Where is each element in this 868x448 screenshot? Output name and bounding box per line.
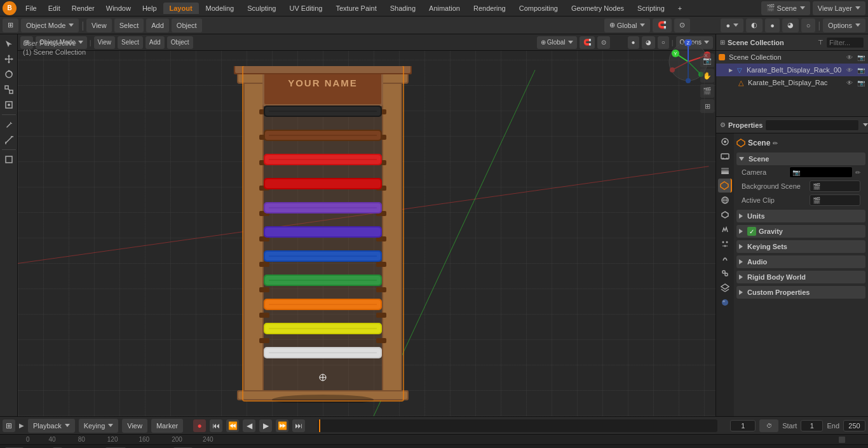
timeline-marker-btn[interactable]: Marker xyxy=(151,419,183,433)
prop-object-icon[interactable] xyxy=(718,208,732,222)
timeline-type-icon[interactable]: ▶ xyxy=(19,422,24,429)
vp-object-btn[interactable]: Object xyxy=(167,36,193,49)
record-btn[interactable]: ● xyxy=(193,419,206,432)
prop-particles-icon[interactable] xyxy=(718,237,732,251)
add-menu-btn[interactable]: Add xyxy=(146,18,169,32)
menu-render[interactable]: Render xyxy=(67,3,100,13)
play-btn[interactable]: ▶ xyxy=(259,419,272,432)
outliner-scene-collection[interactable]: Scene Collection 👁 📷 xyxy=(716,51,868,64)
play-reverse-btn[interactable]: ◀ xyxy=(243,419,255,432)
rotate-tool[interactable] xyxy=(2,67,16,81)
fps-btn[interactable]: ⏱ xyxy=(759,419,778,432)
vp-material-btn[interactable]: ◕ xyxy=(642,36,655,49)
frame-end-input[interactable]: 250 xyxy=(843,420,865,431)
vp-film-overlay[interactable]: 🎬 xyxy=(700,84,714,98)
material-btn[interactable]: ◕ xyxy=(782,18,799,32)
tab-modeling[interactable]: Modeling xyxy=(200,3,241,14)
camera-value[interactable]: 📷 xyxy=(789,166,853,178)
vp-snap-btn[interactable]: 🧲 xyxy=(580,36,595,49)
keying-btn[interactable]: Keying xyxy=(79,419,119,433)
object-mode-btn[interactable]: Object Mode xyxy=(21,18,79,32)
prop-output-icon[interactable] xyxy=(718,149,732,163)
audio-section-header[interactable]: Audio xyxy=(736,255,865,268)
viewport-3d[interactable]: ⊞ Object Mode | View Select Add Object ⊕… xyxy=(18,34,715,416)
frame-start-input[interactable]: 1 xyxy=(801,420,823,431)
prop-render-icon[interactable] xyxy=(718,135,732,149)
cursor-tool[interactable] xyxy=(2,37,16,51)
tab-animation[interactable]: Animation xyxy=(423,3,466,14)
measure-tool[interactable] xyxy=(2,133,16,147)
timeline-scrubber[interactable] xyxy=(318,419,717,432)
tab-scripting[interactable]: Scripting xyxy=(631,3,671,14)
view-layer-selector[interactable]: View Layer xyxy=(813,1,865,15)
proportional-btn[interactable]: ⊙ xyxy=(674,18,690,32)
transform-global-btn[interactable]: ⊕ Global xyxy=(604,18,651,32)
outliner-rack-item[interactable]: ▶ ▽ Karate_Belt_Display_Rack_00 👁 📷 xyxy=(716,64,868,76)
next-keyframe-btn[interactable]: ⏩ xyxy=(276,419,288,432)
scale-tool[interactable] xyxy=(2,83,16,97)
background-scene-value[interactable]: 🎬 xyxy=(810,180,860,192)
collection-render[interactable]: 📷 xyxy=(857,53,865,62)
object-menu-btn[interactable]: Object xyxy=(172,18,202,32)
jump-start-btn[interactable]: ⏮ xyxy=(210,419,222,432)
options-btn[interactable]: Options xyxy=(823,18,865,32)
menu-window[interactable]: Window xyxy=(101,3,136,13)
vp-proportional-btn[interactable]: ⊙ xyxy=(597,36,610,49)
active-clip-value[interactable]: 🎬 xyxy=(810,194,860,206)
scene-section-header[interactable]: Scene xyxy=(736,153,865,165)
timeline-editor-type[interactable]: ⊞ xyxy=(3,419,15,432)
prop-modifier-icon[interactable] xyxy=(718,222,732,236)
rack-visibility[interactable]: 👁 xyxy=(845,65,854,74)
tab-rendering[interactable]: Rendering xyxy=(467,3,512,14)
properties-filter-input[interactable] xyxy=(765,119,859,131)
camera-edit-btn[interactable]: ✏ xyxy=(855,169,860,176)
jump-end-btn[interactable]: ⏭ xyxy=(292,419,305,432)
solid-btn[interactable]: ● xyxy=(765,18,780,32)
move-tool[interactable] xyxy=(2,52,16,66)
editor-type-btn[interactable]: ⊞ xyxy=(3,18,18,32)
rack-render[interactable]: 📷 xyxy=(857,65,865,74)
tab-sculpting[interactable]: Sculpting xyxy=(241,3,282,14)
sub-visibility[interactable]: 👁 xyxy=(845,78,854,87)
vp-grid-overlay[interactable]: ⊞ xyxy=(700,99,714,113)
vp-move-overlay[interactable]: ✋ xyxy=(700,69,714,83)
overlay-btn[interactable]: ● xyxy=(721,18,743,32)
outliner-rack-sub-item[interactable]: △ Karate_Belt_Display_Rac 👁 📷 xyxy=(716,76,868,89)
tab-layout[interactable]: Layout xyxy=(163,3,199,14)
snap-btn[interactable]: 🧲 xyxy=(653,18,672,32)
prop-physics-icon[interactable] xyxy=(718,252,732,266)
keying-sets-header[interactable]: Keying Sets xyxy=(736,240,865,253)
xray-btn[interactable]: ◐ xyxy=(746,18,763,32)
vp-add-btn[interactable]: Add xyxy=(146,36,165,49)
tab-uv-editing[interactable]: UV Editing xyxy=(283,3,329,14)
tab-texture-paint[interactable]: Texture Paint xyxy=(329,3,383,14)
vp-select-btn[interactable]: Select xyxy=(118,36,143,49)
prop-world-icon[interactable] xyxy=(718,193,732,207)
vp-viewport-shading[interactable]: ● xyxy=(628,36,639,49)
prev-keyframe-btn[interactable]: ⏪ xyxy=(226,419,239,432)
collection-visibility[interactable]: 👁 xyxy=(845,53,854,62)
menu-help[interactable]: Help xyxy=(137,3,162,13)
custom-props-header[interactable]: Custom Properties xyxy=(736,286,865,299)
gravity-checkbox[interactable]: ✓ xyxy=(747,227,756,236)
menu-file[interactable]: File xyxy=(20,3,42,13)
prop-material-icon[interactable] xyxy=(718,295,732,309)
prop-constraints-icon[interactable] xyxy=(718,266,732,280)
timeline-scroll-indicator[interactable] xyxy=(839,437,845,443)
annotate-tool[interactable] xyxy=(2,118,16,132)
add-box-tool[interactable] xyxy=(2,153,16,166)
timeline-view-btn[interactable]: View xyxy=(122,419,147,433)
current-frame-input[interactable]: 1 xyxy=(730,420,756,431)
gravity-section-header[interactable]: ✓ Gravity xyxy=(736,225,865,238)
transform-tool[interactable] xyxy=(2,98,16,112)
scene-selector[interactable]: 🎬 Scene xyxy=(761,1,810,15)
select-menu-btn[interactable]: Select xyxy=(114,18,144,32)
tab-compositing[interactable]: Compositing xyxy=(513,3,564,14)
tab-shading[interactable]: Shading xyxy=(384,3,422,14)
sub-render[interactable]: 📷 xyxy=(857,78,865,87)
units-section-header[interactable]: Units xyxy=(736,210,865,222)
outliner-filter-input[interactable] xyxy=(826,37,864,48)
render-preview-btn[interactable]: ○ xyxy=(801,18,816,32)
vp-global-btn[interactable]: ⊕ Global xyxy=(537,36,577,49)
rigid-body-header[interactable]: Rigid Body World xyxy=(736,271,865,283)
